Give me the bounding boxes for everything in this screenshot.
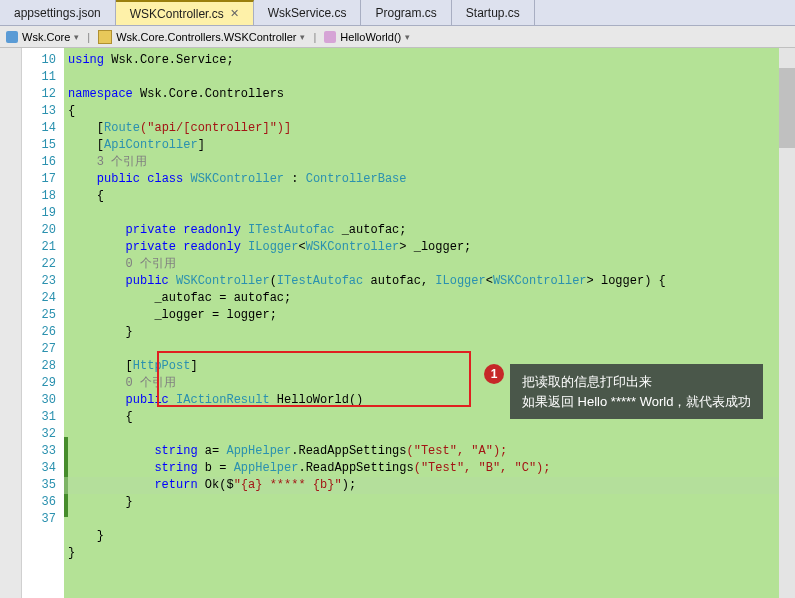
code-line: } bbox=[64, 528, 795, 545]
chevron-down-icon: ▾ bbox=[74, 32, 79, 42]
code-line: 0 个引用 bbox=[64, 256, 795, 273]
breadcrumb-method[interactable]: HelloWorld()▾ bbox=[318, 31, 416, 43]
project-icon bbox=[6, 31, 18, 43]
callout: 1 把读取的信息打印出来 如果返回 Hello ***** World，就代表成… bbox=[484, 364, 763, 419]
code-line: } bbox=[64, 494, 795, 511]
code-line: { bbox=[64, 103, 795, 120]
code-line: { bbox=[64, 188, 795, 205]
code-line: } bbox=[64, 324, 795, 341]
callout-number: 1 bbox=[484, 364, 504, 384]
tab-wskservice[interactable]: WskService.cs bbox=[254, 0, 362, 25]
code-area[interactable]: using Wsk.Core.Service; −namespace Wsk.C… bbox=[64, 48, 795, 598]
editor: 10 11 12 13 14 15 16 17 18 19 20 21 22 2… bbox=[0, 48, 795, 598]
code-line: string b = AppHelper.ReadAppSettings("Te… bbox=[64, 460, 795, 477]
class-icon bbox=[98, 30, 112, 44]
vertical-scrollbar[interactable] bbox=[779, 48, 795, 598]
file-tab-bar: appsettings.json WSKController.cs✕ WskSe… bbox=[0, 0, 795, 26]
code-line bbox=[64, 562, 795, 579]
scroll-thumb[interactable] bbox=[779, 68, 795, 148]
code-line: using Wsk.Core.Service; bbox=[64, 52, 795, 69]
code-line bbox=[64, 205, 795, 222]
code-line: } bbox=[64, 545, 795, 562]
code-line: _autofac = autofac; bbox=[64, 290, 795, 307]
code-line: return Ok($"{a} ***** {b}"); bbox=[64, 477, 795, 494]
margin-strip bbox=[0, 48, 22, 598]
code-line: [Route("api/[controller]")] bbox=[64, 120, 795, 137]
code-line: 3 个引用 bbox=[64, 154, 795, 171]
tab-wskcontroller[interactable]: WSKController.cs✕ bbox=[116, 0, 254, 25]
code-line bbox=[64, 426, 795, 443]
code-line: _logger = logger; bbox=[64, 307, 795, 324]
code-line bbox=[64, 511, 795, 528]
code-line: [ApiController] bbox=[64, 137, 795, 154]
code-line bbox=[64, 69, 795, 86]
code-line: private readonly ILogger<WSKController> … bbox=[64, 239, 795, 256]
close-icon[interactable]: ✕ bbox=[230, 7, 239, 20]
code-line: private readonly ITestAutofac _autofac; bbox=[64, 222, 795, 239]
code-line: string a= AppHelper.ReadAppSettings("Tes… bbox=[64, 443, 795, 460]
chevron-down-icon: ▾ bbox=[405, 32, 410, 42]
tab-program[interactable]: Program.cs bbox=[361, 0, 451, 25]
breadcrumb-class[interactable]: Wsk.Core.Controllers.WSKController▾ bbox=[92, 30, 311, 44]
chevron-down-icon: ▾ bbox=[300, 32, 305, 42]
code-line: − public class WSKController : Controlle… bbox=[64, 171, 795, 188]
tab-appsettings[interactable]: appsettings.json bbox=[0, 0, 116, 25]
breadcrumb: Wsk.Core▾ | Wsk.Core.Controllers.WSKCont… bbox=[0, 26, 795, 48]
method-icon bbox=[324, 31, 336, 43]
callout-text: 把读取的信息打印出来 如果返回 Hello ***** World，就代表成功 bbox=[510, 364, 763, 419]
line-gutter: 10 11 12 13 14 15 16 17 18 19 20 21 22 2… bbox=[22, 48, 64, 598]
tab-startup[interactable]: Startup.cs bbox=[452, 0, 535, 25]
code-line bbox=[64, 341, 795, 358]
breadcrumb-project[interactable]: Wsk.Core▾ bbox=[0, 31, 85, 43]
code-line: −namespace Wsk.Core.Controllers bbox=[64, 86, 795, 103]
code-line: − public WSKController(ITestAutofac auto… bbox=[64, 273, 795, 290]
